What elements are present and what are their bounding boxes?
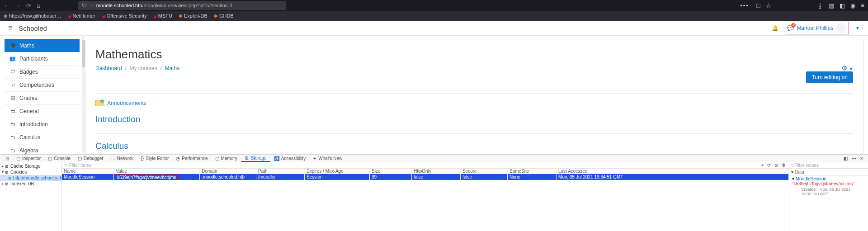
tree-indexed-db[interactable]: ▸🗎Indexed DB bbox=[0, 181, 61, 187]
tab-storage[interactable]: 🗎Storage bbox=[241, 155, 270, 162]
devtools-tabs: ⊡ ▢Inspector ▢Console ▢Debugger ↑↓Networ… bbox=[0, 155, 868, 162]
col-secure[interactable]: Secure bbox=[461, 169, 508, 174]
url-bar[interactable]: 🛡 ⚠ moodle.schooled.htb/moodle/course/vi… bbox=[78, 1, 286, 10]
sidebar-item-calculus[interactable]: 🗀Calculus bbox=[5, 131, 80, 144]
hamburger-icon[interactable]: ≡ bbox=[8, 24, 12, 32]
pick-element-icon[interactable]: ⊡ bbox=[2, 155, 13, 162]
tab-accessibility[interactable]: ♿Accessibility bbox=[270, 155, 309, 162]
delete-icon[interactable]: 🗑 bbox=[782, 163, 786, 168]
library-icon[interactable]: ▥ bbox=[829, 2, 834, 9]
bookmark-item[interactable]: ◢Offensive Security bbox=[102, 13, 147, 19]
section-introduction[interactable]: Introduction bbox=[95, 114, 853, 124]
sidebar-icon[interactable]: ◧ bbox=[840, 2, 845, 9]
tree-cookie-host[interactable]: ⊕http://moodle.schooled.htb bbox=[0, 175, 61, 181]
sidebar-item-badges[interactable]: 🛡Badges bbox=[5, 65, 80, 78]
bell-icon[interactable]: 🔔 bbox=[772, 25, 778, 31]
tree-cache-storage[interactable]: ▸🗎Cache Storage bbox=[0, 163, 61, 169]
downloads-icon[interactable]: ⭳ bbox=[817, 2, 823, 9]
cookie-row[interactable]: MoodleSession k539ejh7fhgvcjvtmeevbcnjms… bbox=[62, 174, 789, 180]
col-name[interactable]: Name bbox=[62, 169, 114, 174]
col-lastaccessed[interactable]: Last Accessed bbox=[557, 169, 789, 174]
col-value[interactable]: Value bbox=[114, 169, 200, 174]
tab-debugger[interactable]: ▢Debugger bbox=[74, 155, 107, 162]
turn-editing-on-button[interactable]: Turn editing on bbox=[806, 71, 853, 83]
bookmark-item[interactable]: ⊕https://raw.githubuser… bbox=[4, 13, 61, 19]
nav-back-icon[interactable]: ← bbox=[4, 2, 9, 9]
messages-icon[interactable]: 💬2 bbox=[787, 25, 794, 31]
bookmark-item[interactable]: ✱Exploit-DB bbox=[179, 13, 208, 19]
add-item-icon[interactable]: + bbox=[761, 163, 764, 168]
caret-down-icon: ▼ bbox=[849, 67, 853, 71]
cell-secure: false bbox=[461, 174, 508, 180]
site-brand[interactable]: Schooled bbox=[19, 24, 47, 32]
sidebar-item-maths[interactable]: 🎓Maths bbox=[5, 39, 80, 52]
menu-icon[interactable]: ≡ bbox=[861, 2, 864, 9]
globe-icon: ⊕ bbox=[4, 14, 7, 19]
delete-all-icon[interactable]: ⊘ bbox=[774, 163, 778, 168]
bookmark-item[interactable]: ◢MSFU bbox=[153, 13, 172, 19]
col-samesite[interactable]: SameSite bbox=[508, 169, 557, 174]
shield-icon: 🛡 bbox=[82, 3, 87, 8]
grad-icon: 🎓 bbox=[9, 42, 16, 48]
nav-reload-icon[interactable]: ⟳ bbox=[26, 2, 31, 9]
page-actions-icon[interactable]: ••• bbox=[740, 2, 749, 9]
announcements-link[interactable]: Announcements bbox=[95, 100, 853, 106]
devtools: ⊡ ▢Inspector ▢Console ▢Debugger ↑↓Networ… bbox=[0, 154, 868, 231]
bookmark-item[interactable]: ◢NetHunter bbox=[68, 13, 95, 19]
col-expires[interactable]: Expires / Max-Age bbox=[305, 169, 370, 174]
course-sidebar: 🎓Maths 👥Participants 🛡Badges ☑Competenci… bbox=[5, 39, 80, 154]
tree-cookies[interactable]: ▾🗎Cookies bbox=[0, 169, 61, 175]
crumb-dashboard[interactable]: Dashboard bbox=[95, 65, 122, 71]
data-sidebar: ▽ Filter values ▾ Data ▾ MoodleSession: … bbox=[789, 162, 868, 231]
moodle-navbar: ≡ Schooled 🔔 💬2 Manuel Phillips ▼ bbox=[0, 21, 868, 35]
grades-icon: ▤ bbox=[9, 95, 16, 101]
tab-whats-new[interactable]: ✦What's New bbox=[309, 155, 346, 162]
user-caret-icon[interactable]: ▼ bbox=[855, 26, 860, 31]
bookmark-item[interactable]: ✱GHDB bbox=[214, 13, 234, 19]
tab-inspector[interactable]: ▢Inspector bbox=[13, 155, 44, 162]
crumb-current[interactable]: Maths bbox=[165, 65, 179, 71]
tab-performance[interactable]: ◔Performance bbox=[172, 155, 211, 162]
devtools-more-icon[interactable]: ••• bbox=[851, 156, 856, 161]
refresh-icon[interactable]: ⟳ bbox=[767, 163, 771, 168]
sidebar-item-algebra[interactable]: 🗀Algebra bbox=[5, 144, 80, 154]
col-httponly[interactable]: HttpOnly bbox=[412, 169, 461, 174]
dock-side-icon[interactable]: ◧ bbox=[844, 156, 848, 161]
tab-style-editor[interactable]: {}Style Editor bbox=[137, 155, 172, 162]
users-icon: 👥 bbox=[9, 56, 16, 61]
data-header[interactable]: ▾ Data bbox=[789, 169, 868, 176]
cell-expires: Session bbox=[305, 174, 370, 180]
cell-samesite: None bbox=[508, 174, 557, 180]
sidebar-label: Grades bbox=[19, 95, 37, 101]
account-icon[interactable]: ◉ bbox=[850, 2, 855, 9]
sidebar-item-competencies[interactable]: ☑Competencies bbox=[5, 78, 80, 91]
reader-icon[interactable]: ✓⃝ bbox=[756, 2, 761, 9]
bookmark-label: MSFU bbox=[158, 13, 172, 19]
sidebar-item-introduction[interactable]: 🗀Introduction bbox=[5, 118, 80, 131]
section-calculus[interactable]: Calculus bbox=[95, 133, 853, 151]
sidebar-item-participants[interactable]: 👥Participants bbox=[5, 52, 80, 65]
user-menu[interactable]: 💬2 Manuel Phillips bbox=[785, 22, 849, 34]
bookmark-label: NetHunter bbox=[73, 13, 95, 19]
tab-memory[interactable]: ▢Memory bbox=[212, 155, 241, 162]
cell-value: k539ejh7fhgvcjvtmeevbcnjms bbox=[114, 174, 200, 180]
sidebar-label: General bbox=[19, 108, 39, 114]
storage-tree: ▸🗎Cache Storage ▾🗎Cookies ⊕http://moodle… bbox=[0, 162, 62, 231]
filter-items-input[interactable]: ▽ Filter Items bbox=[62, 163, 758, 168]
col-domain[interactable]: Domain bbox=[200, 169, 256, 174]
sidebar-item-general[interactable]: 🗀General bbox=[5, 104, 80, 118]
devtools-close-icon[interactable]: ✕ bbox=[860, 156, 863, 161]
avatar bbox=[836, 23, 846, 33]
tab-network[interactable]: ↑↓Network bbox=[107, 155, 137, 162]
sidebar-label: Maths bbox=[19, 42, 34, 49]
sidebar-label: Participants bbox=[19, 56, 48, 62]
nav-home-icon[interactable]: ⌂ bbox=[37, 2, 40, 9]
sidebar-label: Calculus bbox=[19, 134, 40, 141]
filter-values-input[interactable]: ▽ Filter values bbox=[789, 162, 868, 169]
sidebar-item-grades[interactable]: ▤Grades bbox=[5, 91, 80, 104]
col-size[interactable]: Size bbox=[370, 169, 412, 174]
course-main: Mathematics Dashboard / My courses / Mat… bbox=[85, 40, 863, 154]
tab-console[interactable]: ▢Console bbox=[44, 155, 74, 162]
bookmark-star-icon[interactable]: ☆ bbox=[766, 2, 771, 9]
col-path[interactable]: Path bbox=[256, 169, 305, 174]
